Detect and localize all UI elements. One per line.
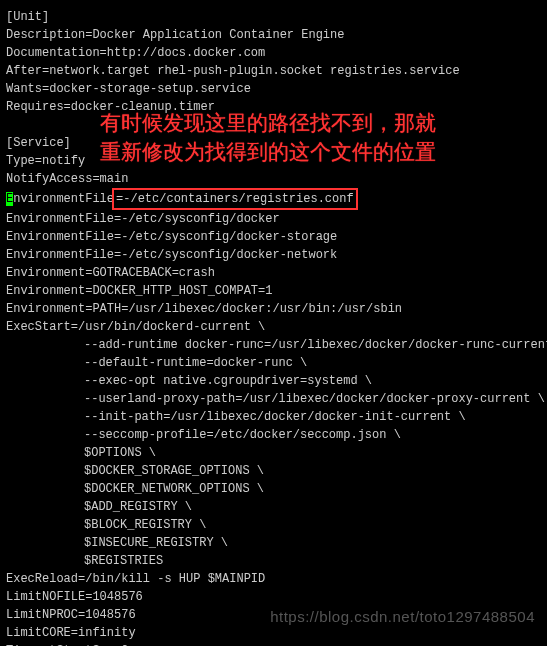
exec-line: $BLOCK_REGISTRY \	[6, 516, 541, 534]
service-env-gotraceback: Environment=GOTRACEBACK=crash	[6, 264, 541, 282]
service-timeout: TimeoutStartSec=0	[6, 642, 541, 646]
exec-line: --default-runtime=docker-runc \	[6, 354, 541, 372]
env-file-prefix: nvironmentFile	[13, 192, 114, 206]
exec-line: --exec-opt native.cgroupdriver=systemd \	[6, 372, 541, 390]
service-notify-access: NotifyAccess=main	[6, 170, 541, 188]
service-env-http-compat: Environment=DOCKER_HTTP_HOST_COMPAT=1	[6, 282, 541, 300]
unit-wants: Wants=docker-storage-setup.service	[6, 80, 541, 98]
unit-documentation: Documentation=http://docs.docker.com	[6, 44, 541, 62]
exec-line: $ADD_REGISTRY \	[6, 498, 541, 516]
highlighted-path: =-/etc/containers/registries.conf	[112, 188, 358, 210]
service-env-file-2: EnvironmentFile=-/etc/sysconfig/docker	[6, 210, 541, 228]
service-env-path: Environment=PATH=/usr/libexec/docker:/us…	[6, 300, 541, 318]
exec-line: $OPTIONS \	[6, 444, 541, 462]
unit-header: [Unit]	[6, 8, 541, 26]
service-env-file-1[interactable]: EnvironmentFile=-/etc/containers/registr…	[6, 188, 541, 210]
exec-line: --init-path=/usr/libexec/docker/docker-i…	[6, 408, 541, 426]
exec-line: --add-runtime docker-runc=/usr/libexec/d…	[6, 336, 541, 354]
service-exec-reload: ExecReload=/bin/kill -s HUP $MAINPID	[6, 570, 541, 588]
unit-after: After=network.target rhel-push-plugin.so…	[6, 62, 541, 80]
exec-line: --seccomp-profile=/etc/docker/seccomp.js…	[6, 426, 541, 444]
annotation-line1: 有时候发现这里的路径找不到，那就	[100, 108, 436, 137]
exec-line: $REGISTRIES	[6, 552, 541, 570]
unit-description: Description=Docker Application Container…	[6, 26, 541, 44]
annotation-overlay: 有时候发现这里的路径找不到，那就 重新修改为找得到的这个文件的位置	[100, 108, 436, 167]
service-env-file-4: EnvironmentFile=-/etc/sysconfig/docker-n…	[6, 246, 541, 264]
watermark-text: https://blog.csdn.net/toto1297488504	[270, 606, 535, 629]
exec-line: $DOCKER_NETWORK_OPTIONS \	[6, 480, 541, 498]
annotation-line2: 重新修改为找得到的这个文件的位置	[100, 137, 436, 166]
service-limit-nofile: LimitNOFILE=1048576	[6, 588, 541, 606]
service-exec-start: ExecStart=/usr/bin/dockerd-current \	[6, 318, 541, 336]
service-env-file-3: EnvironmentFile=-/etc/sysconfig/docker-s…	[6, 228, 541, 246]
exec-line: $INSECURE_REGISTRY \	[6, 534, 541, 552]
exec-line: $DOCKER_STORAGE_OPTIONS \	[6, 462, 541, 480]
exec-line: --userland-proxy-path=/usr/libexec/docke…	[6, 390, 541, 408]
